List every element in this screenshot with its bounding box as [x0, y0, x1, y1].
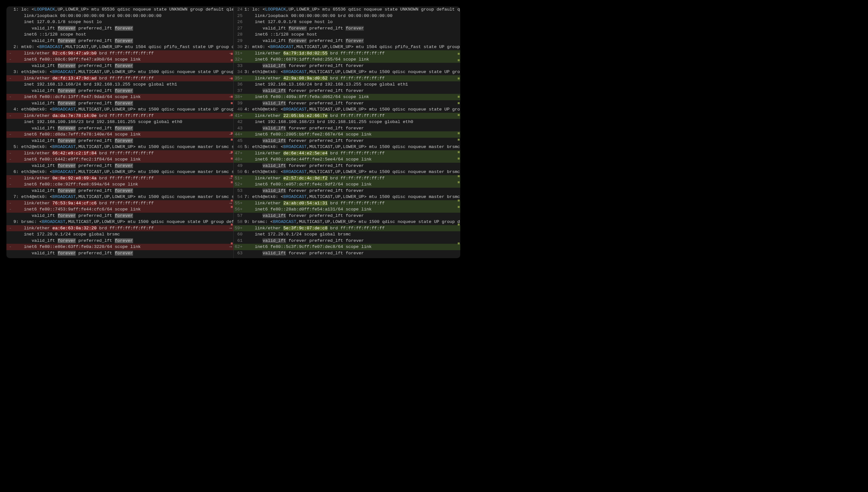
diff-line-left[interactable]: - link/ether de:fd:13:47:9d:ad brd ff:ff… [6, 75, 233, 82]
diff-line-right[interactable]: 51+ link/ether e2:57:dc:4c:9d:f2 brd ff:… [234, 175, 461, 181]
diff-line-left[interactable]: inet6 ::1/128 scope host [6, 31, 233, 38]
diff-line-left[interactable]: 5: eth2@mtk0: <BROADCAST,MULTICAST,UP,LO… [6, 144, 233, 150]
diff-line-left[interactable]: - inet6 fe80::80c6:90ff:fe47:a9b0/64 sco… [6, 56, 233, 63]
diff-line-right[interactable]: 63 valid_lft forever preferred_lft forev… [234, 250, 461, 256]
diff-line-right[interactable]: 48+ inet6 fe80::dc6e:44ff:fee2:5ee4/64 s… [234, 156, 461, 163]
diff-line-left[interactable]: valid_lft forever preferred_lft forever [6, 38, 233, 44]
diff-line-right[interactable]: 404: eth0@mtk0: <BROADCAST,MULTICAST,UP,… [234, 106, 461, 113]
diff-line-right[interactable]: 61 valid_lft forever preferred_lft forev… [234, 238, 461, 244]
line-number: 49 [234, 163, 244, 169]
diff-line-left[interactable]: inet 192.168.100.168/23 brd 192.168.101.… [6, 119, 233, 125]
diff-line-right[interactable]: 37 valid_lft forever preferred_lft forev… [234, 88, 461, 94]
diff-line-left[interactable]: 1: lo: <LOOPBACK,UP,LOWER_UP> mtu 65536 … [6, 6, 233, 13]
diff-line-left[interactable]: valid_lft forever preferred_lft forever [6, 138, 233, 144]
line-number: 25 [234, 13, 244, 19]
diff-line-right[interactable]: 589: brsmc: <BROADCAST,MULTICAST,UP,LOWE… [234, 219, 461, 225]
diff-line-left[interactable]: 9: brsmc: <BROADCAST,MULTICAST,UP,LOWER_… [6, 219, 233, 225]
diff-line-left[interactable]: valid_lft forever preferred_lft forever [6, 250, 233, 256]
gutter-marker: - [6, 94, 14, 100]
diff-line-right[interactable]: 55+ link/ether 2a:ab:d0:54:a1:31 brd ff:… [234, 200, 461, 206]
diff-line-right[interactable]: 27 valid_lft forever preferred_lft forev… [234, 25, 461, 32]
diff-line-left[interactable]: - inet6 fe80::c8e:92ff:fee8:694a/64 scop… [6, 181, 233, 188]
diff-line-right[interactable]: 35+ link/ether 42:9a:08:9a:d0:62 brd ff:… [234, 75, 461, 82]
diff-line-right[interactable]: 25 link/loopback 00:00:00:00:00:00 brd 0… [234, 13, 461, 19]
line-number: 59+ [234, 225, 244, 231]
line-number: 53 [234, 188, 244, 194]
diff-line-left[interactable]: - link/ether ea:6e:63:0a:32:20 brd ff:ff… [6, 225, 233, 231]
diff-line-left[interactable]: valid_lft forever preferred_lft forever [6, 63, 233, 69]
line-number: 55+ [234, 200, 244, 206]
gutter-marker: - [6, 181, 14, 188]
diff-line-right[interactable]: 44+ inet6 fe80::2005:bbff:fee2:667e/64 s… [234, 131, 461, 138]
diff-line-left[interactable]: - link/ether 0e:8e:92:e8:69:4a brd ff:ff… [6, 175, 233, 181]
diff-line-left[interactable]: link/loopback 00:00:00:00:00:00 brd 00:0… [6, 13, 233, 19]
diff-line-right[interactable]: 49 valid_lft forever preferred_lft forev… [234, 163, 461, 169]
diff-line-right[interactable]: 47+ link/ether de:6e:44:e2:5e:e4 brd ff:… [234, 150, 461, 157]
diff-pane-left[interactable]: 1: lo: <LOOPBACK,UP,LOWER_UP> mtu 65536 … [6, 6, 234, 258]
diff-line-left[interactable]: valid_lft forever preferred_lft forever [6, 88, 233, 94]
diff-line-left[interactable]: - inet6 fe80::d8da:7eff:fe78:140e/64 sco… [6, 131, 233, 138]
diff-line-left[interactable]: valid_lft forever preferred_lft forever [6, 163, 233, 169]
diff-line-right[interactable]: 45 valid_lft forever preferred_lft forev… [234, 138, 461, 144]
diff-line-right[interactable]: 57 valid_lft forever preferred_lft forev… [234, 213, 461, 219]
diff-line-right[interactable]: 59+ link/ether 5e:3f:9c:07:de:c8 brd ff:… [234, 225, 461, 231]
minimap-marker [458, 175, 460, 177]
diff-line-left[interactable]: valid_lft forever preferred_lft forever [6, 100, 233, 107]
minimap-marker [458, 243, 460, 244]
diff-line-right[interactable]: 62+ inet6 fe80::5c3f:9cff:fe07:dec8/64 s… [234, 244, 461, 250]
diff-line-right[interactable]: 29 valid_lft forever preferred_lft forev… [234, 38, 461, 44]
line-number: 31+ [234, 50, 244, 57]
diff-line-right[interactable]: 41+ link/ether 22:05:bb:e2:66:7e brd ff:… [234, 113, 461, 119]
diff-line-right[interactable]: 31+ link/ether 6a:79:1d:8d:02:55 brd ff:… [234, 50, 461, 57]
diff-line-left[interactable]: 2: mtk0: <BROADCAST,MULTICAST,UP,LOWER_U… [6, 44, 233, 50]
diff-line-right[interactable]: 60 inet 172.20.0.1/24 scope global brsmc [234, 231, 461, 238]
diff-line-left[interactable]: valid_lft forever preferred_lft forever [6, 188, 233, 194]
diff-line-left[interactable]: 6: eth3@mtk0: <BROADCAST,MULTICAST,UP,LO… [6, 169, 233, 175]
diff-line-right[interactable]: 465: eth2@mtk0: <BROADCAST,MULTICAST,UP,… [234, 144, 461, 150]
diff-line-right[interactable]: 241: lo: <LOOPBACK,UP,LOWER_UP> mtu 6553… [234, 6, 461, 13]
diff-line-left[interactable]: valid_lft forever preferred_lft forever [6, 213, 233, 219]
diff-line-left[interactable]: - link/ether 66:42:e9:c2:1f:84 brd ff:ff… [6, 150, 233, 157]
diff-line-right[interactable]: 53 valid_lft forever preferred_lft forev… [234, 188, 461, 194]
diff-line-left[interactable]: inet 192.168.13.168/24 brd 192.168.13.25… [6, 81, 233, 88]
diff-line-left[interactable]: - inet6 fe80::6442:e9ff:fec2:1f84/64 sco… [6, 156, 233, 163]
diff-line-left[interactable]: - link/ether da:da:7e:78:14:0e brd ff:ff… [6, 113, 233, 119]
diff-line-right[interactable]: 52+ inet6 fe80::e057:dcff:fe4c:9df2/64 s… [234, 181, 461, 188]
diff-line-left[interactable]: inet 172.20.0.1/24 scope global brsmc [6, 231, 233, 238]
diff-line-left[interactable]: 3: eth1@mtk0: <BROADCAST,MULTICAST,UP,LO… [6, 69, 233, 75]
diff-line-left[interactable]: valid_lft forever preferred_lft forever [6, 25, 233, 32]
diff-line-left[interactable]: 4: eth0@mtk0: <BROADCAST,MULTICAST,UP,LO… [6, 106, 233, 113]
minimap-marker [458, 59, 460, 61]
diff-line-left[interactable]: - link/ether 82:c6:90:47:a9:b0 brd ff:ff… [6, 50, 233, 57]
diff-line-right[interactable]: 39 valid_lft forever preferred_lft forev… [234, 100, 461, 107]
diff-line-right[interactable]: 42 inet 192.168.100.168/23 brd 192.168.1… [234, 119, 461, 125]
diff-line-left[interactable]: - inet6 fe80::e86e:63ff:fe0a:3220/64 sco… [6, 244, 233, 250]
diff-line-left[interactable]: - inet6 fe80::dcfd:13ff:fe47:9dad/64 sco… [6, 94, 233, 100]
diff-line-left[interactable]: - inet6 fe80::7453:9aff:fe44:cfc6/64 sco… [6, 206, 233, 213]
diff-line-right[interactable]: 506: eth3@mtk0: <BROADCAST,MULTICAST,UP,… [234, 169, 461, 175]
terminal-window: 1: lo: <LOOPBACK,UP,LOWER_UP> mtu 65536 … [6, 6, 460, 258]
diff-line-right[interactable]: 28 inet6 ::1/128 scope host [234, 31, 461, 38]
diff-arrow-icon: → [229, 244, 232, 250]
diff-line-right[interactable]: 43 valid_lft forever preferred_lft forev… [234, 125, 461, 132]
minimap-marker [231, 206, 233, 208]
diff-line-right[interactable]: 547: eth4@mtk0: <BROADCAST,MULTICAST,UP,… [234, 194, 461, 200]
diff-line-right[interactable]: 26 inet 127.0.0.1/8 scope host lo [234, 19, 461, 25]
minimap-marker [458, 200, 460, 201]
diff-line-left[interactable]: inet 127.0.0.1/8 scope host lo [6, 19, 233, 25]
line-number: 63 [234, 250, 244, 256]
diff-line-left[interactable]: valid_lft forever preferred_lft forever [6, 125, 233, 132]
diff-line-right[interactable]: 38+ inet6 fe80::409a:8ff:fe9a:d062/64 sc… [234, 94, 461, 100]
line-number: 54 [234, 194, 244, 200]
diff-line-right[interactable]: 302: mtk0: <BROADCAST,MULTICAST,UP,LOWER… [234, 44, 461, 50]
diff-line-right[interactable]: 33 valid_lft forever preferred_lft forev… [234, 63, 461, 69]
diff-line-left[interactable]: - link/ether 76:53:9a:44:cf:c6 brd ff:ff… [6, 200, 233, 206]
minimap-marker [458, 151, 460, 153]
diff-pane-right[interactable]: 241: lo: <LOOPBACK,UP,LOWER_UP> mtu 6553… [234, 6, 461, 258]
diff-line-left[interactable]: 7: eth4@mtk0: <BROADCAST,MULTICAST,UP,LO… [6, 194, 233, 200]
diff-line-right[interactable]: 56+ inet6 fe80::28ab:d0ff:fe54:a131/64 s… [234, 206, 461, 213]
diff-line-right[interactable]: 343: eth1@mtk0: <BROADCAST,MULTICAST,UP,… [234, 69, 461, 75]
diff-line-right[interactable]: 32+ inet6 fe80::6879:1dff:fe8d:255/64 sc… [234, 56, 461, 63]
diff-line-right[interactable]: 36 inet 192.168.13.168/24 brd 192.168.13… [234, 81, 461, 88]
diff-line-left[interactable]: valid_lft forever preferred_lft forever [6, 238, 233, 244]
